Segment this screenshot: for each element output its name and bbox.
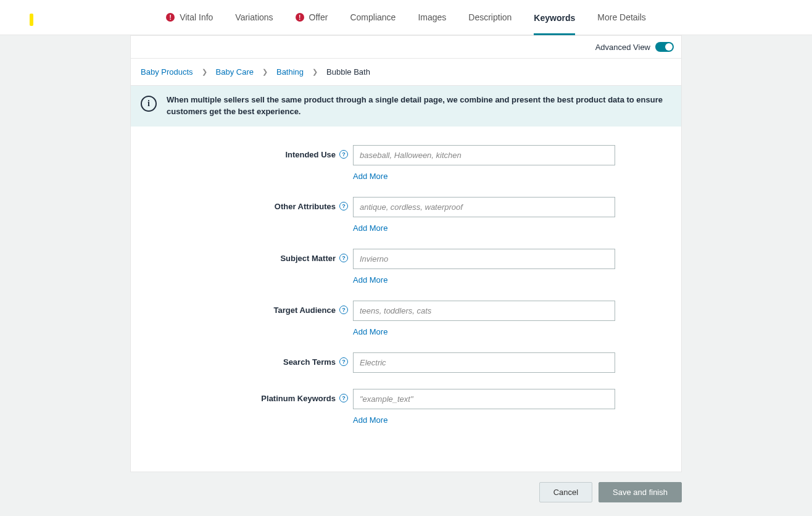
footer-actions: Cancel Save and finish [130, 482, 682, 502]
alert-icon: ! [166, 13, 175, 22]
tab-more-details[interactable]: More Details [597, 0, 646, 35]
breadcrumb-link[interactable]: Bathing [276, 67, 304, 77]
tab-bar: ! Vital Info Variations ! Offer Complian… [0, 0, 812, 35]
chevron-right-icon: ❯ [202, 68, 207, 76]
advanced-view-label: Advanced View [595, 43, 650, 52]
help-icon[interactable]: ? [339, 254, 348, 262]
breadcrumb-link[interactable]: Baby Care [216, 67, 254, 77]
content-panel: Advanced View Baby Products ❯ Baby Care … [130, 35, 682, 472]
tab-label: More Details [597, 12, 646, 22]
tab-label: Offer [309, 12, 328, 22]
chevron-right-icon: ❯ [312, 68, 318, 76]
field-label: Search Terms [283, 357, 336, 367]
add-more-link[interactable]: Add More [353, 415, 387, 425]
alert-icon: ! [296, 13, 304, 22]
tab-keywords[interactable]: Keywords [534, 1, 575, 35]
tab-vital-info[interactable]: ! Vital Info [166, 0, 213, 35]
field-label: Intended Use [285, 150, 336, 159]
tab-label: Images [418, 12, 446, 22]
breadcrumb: Baby Products ❯ Baby Care ❯ Bathing ❯ Bu… [131, 59, 681, 86]
tab-offer[interactable]: ! Offer [296, 0, 328, 35]
cancel-button[interactable]: Cancel [539, 482, 592, 502]
intended-use-input[interactable] [353, 145, 615, 165]
breadcrumb-link[interactable]: Baby Products [141, 67, 193, 77]
info-banner-text: When multiple sellers sell the same prod… [167, 94, 671, 118]
tab-label: Variations [235, 12, 273, 22]
tab-label: Keywords [534, 13, 575, 23]
breadcrumb-current: Bubble Bath [326, 67, 370, 77]
add-more-link[interactable]: Add More [353, 223, 387, 233]
tab-variations[interactable]: Variations [235, 0, 273, 35]
add-more-link[interactable]: Add More [353, 327, 387, 336]
help-icon[interactable]: ? [339, 394, 348, 402]
field-label: Target Audience [274, 306, 336, 315]
target-audience-input[interactable] [353, 301, 615, 321]
tab-label: Compliance [350, 12, 396, 22]
help-icon[interactable]: ? [339, 357, 348, 366]
platinum-keywords-input[interactable] [353, 389, 615, 409]
form-area: Intended Use ? Add More Other Attributes… [131, 127, 681, 472]
info-banner: i When multiple sellers sell the same pr… [131, 86, 681, 127]
search-terms-input[interactable] [353, 352, 615, 373]
tab-images[interactable]: Images [418, 0, 446, 35]
chevron-right-icon: ❯ [262, 68, 268, 76]
tab-label: Vital Info [180, 12, 213, 22]
add-more-link[interactable]: Add More [353, 172, 387, 181]
help-icon[interactable]: ? [339, 150, 348, 159]
field-label: Subject Matter [280, 254, 336, 263]
other-attributes-input[interactable] [353, 197, 615, 217]
tab-description[interactable]: Description [468, 0, 512, 35]
add-more-link[interactable]: Add More [353, 275, 387, 285]
save-button[interactable]: Save and finish [599, 482, 682, 502]
advanced-view-toggle[interactable] [655, 42, 674, 52]
tab-label: Description [468, 12, 512, 22]
help-icon[interactable]: ? [339, 306, 348, 314]
tab-compliance[interactable]: Compliance [350, 0, 396, 35]
field-label: Other Attributes [275, 202, 336, 211]
help-icon[interactable]: ? [339, 202, 348, 210]
info-icon: i [141, 96, 157, 112]
advanced-view-row: Advanced View [131, 36, 681, 59]
field-label: Platinum Keywords [261, 394, 336, 403]
subject-matter-input[interactable] [353, 249, 615, 269]
